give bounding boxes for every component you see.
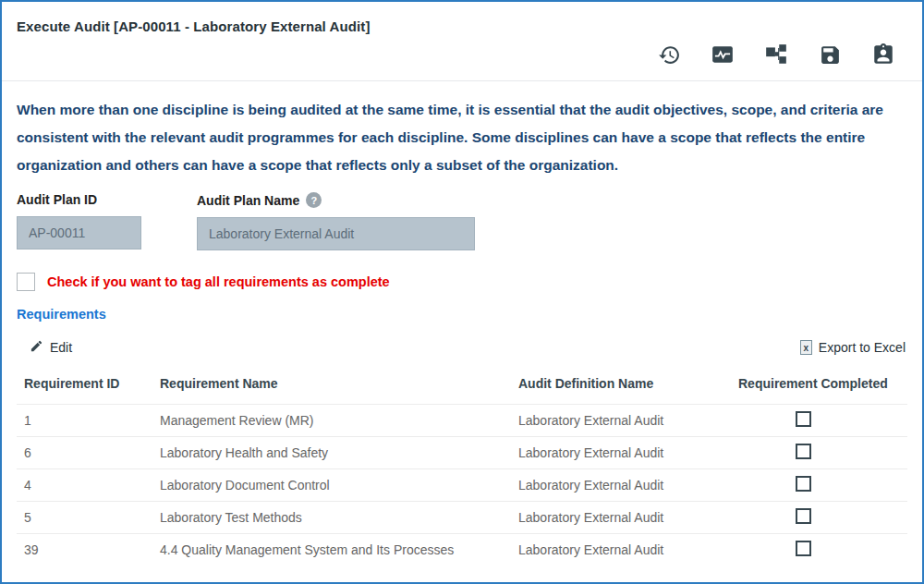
- audit-assignment-icon: [871, 43, 895, 70]
- audit-assignment-button[interactable]: [870, 43, 896, 69]
- edit-pencil-icon: [30, 339, 43, 356]
- table-row: 39 4.4 Quality Management System and Its…: [17, 534, 907, 566]
- execute-audit-window: Execute Audit [AP-00011 - Laboratory Ext…: [0, 0, 924, 584]
- toolbar: [2, 34, 922, 80]
- export-label: Export to Excel: [819, 340, 906, 355]
- help-icon[interactable]: ?: [306, 192, 322, 208]
- audit-plan-fields: Audit Plan ID Audit Plan Name ?: [17, 192, 907, 250]
- cell-requirement-id: 1: [17, 405, 160, 437]
- intro-text: When more than one discipline is being a…: [17, 96, 907, 179]
- cell-requirement-id: 6: [17, 437, 160, 469]
- cell-requirement-name: Laboratory Test Methods: [160, 502, 518, 534]
- tag-all-checkbox[interactable]: [17, 273, 35, 291]
- cell-requirement-id: 5: [17, 502, 160, 534]
- cell-audit-definition-name: Laboratory External Audit: [518, 469, 738, 502]
- col-header-requirement-completed: Requirement Completed: [738, 365, 907, 405]
- table-row: 6 Laboratory Health and Safety Laborator…: [17, 437, 907, 469]
- requirement-completed-checkbox[interactable]: [796, 444, 811, 459]
- table-header-row: Requirement ID Requirement Name Audit De…: [17, 365, 907, 405]
- cell-requirement-name: 4.4 Quality Management System and Its Pr…: [160, 534, 518, 566]
- window-header: Execute Audit [AP-00011 - Laboratory Ext…: [2, 2, 922, 34]
- audit-plan-name-group: Audit Plan Name ?: [197, 192, 475, 250]
- table-row: 1 Management Review (MR) Laboratory Exte…: [17, 405, 907, 437]
- activity-monitor-icon: [711, 43, 735, 70]
- cell-audit-definition-name: Laboratory External Audit: [518, 405, 738, 437]
- audit-plan-id-label: Audit Plan ID: [17, 192, 169, 207]
- excel-file-icon: x: [800, 340, 812, 355]
- cell-audit-definition-name: Laboratory External Audit: [518, 534, 738, 566]
- workflow-icon: [764, 43, 788, 70]
- table-actions: Edit x Export to Excel: [17, 339, 907, 356]
- workflow-button[interactable]: [763, 43, 789, 69]
- col-header-requirement-id: Requirement ID: [17, 365, 160, 405]
- edit-label: Edit: [50, 340, 72, 355]
- audit-plan-name-label-text: Audit Plan Name: [197, 193, 299, 208]
- col-header-audit-definition-name: Audit Definition Name: [518, 365, 738, 405]
- history-icon: [658, 43, 681, 70]
- cell-audit-definition-name: Laboratory External Audit: [518, 502, 738, 534]
- main-content: When more than one discipline is being a…: [2, 81, 922, 566]
- cell-requirement-id: 4: [17, 469, 160, 502]
- cell-requirement-name: Management Review (MR): [160, 405, 518, 437]
- cell-requirement-id: 39: [17, 534, 160, 566]
- cell-audit-definition-name: Laboratory External Audit: [518, 437, 738, 469]
- col-header-requirement-name: Requirement Name: [160, 365, 518, 405]
- requirements-table: Requirement ID Requirement Name Audit De…: [17, 365, 907, 566]
- audit-plan-name-input[interactable]: [197, 217, 475, 250]
- requirement-completed-checkbox[interactable]: [796, 411, 811, 427]
- save-button[interactable]: [817, 43, 843, 69]
- audit-plan-id-group: Audit Plan ID: [17, 192, 169, 250]
- tag-all-label: Check if you want to tag all requirement…: [47, 274, 390, 289]
- table-row: 5 Laboratory Test Methods Laboratory Ext…: [17, 502, 907, 534]
- audit-plan-id-input[interactable]: [17, 216, 141, 249]
- history-button[interactable]: [656, 43, 682, 69]
- tag-all-row: Check if you want to tag all requirement…: [17, 273, 907, 291]
- activity-monitor-button[interactable]: [710, 43, 736, 69]
- cell-requirement-name: Laboratory Health and Safety: [160, 437, 518, 469]
- cell-requirement-name: Laboratory Document Control: [160, 469, 518, 502]
- requirement-completed-checkbox[interactable]: [796, 508, 811, 524]
- export-to-excel-button[interactable]: x Export to Excel: [800, 340, 906, 355]
- requirement-completed-checkbox[interactable]: [796, 476, 811, 492]
- page-title: Execute Audit [AP-00011 - Laboratory Ext…: [17, 18, 907, 34]
- audit-plan-name-label: Audit Plan Name ?: [197, 192, 475, 208]
- edit-button[interactable]: Edit: [30, 339, 72, 356]
- table-row: 4 Laboratory Document Control Laboratory…: [17, 469, 907, 502]
- save-icon: [819, 43, 842, 70]
- requirement-completed-checkbox[interactable]: [796, 541, 811, 556]
- requirements-section-link[interactable]: Requirements: [17, 307, 106, 322]
- audit-plan-id-label-text: Audit Plan ID: [17, 192, 97, 207]
